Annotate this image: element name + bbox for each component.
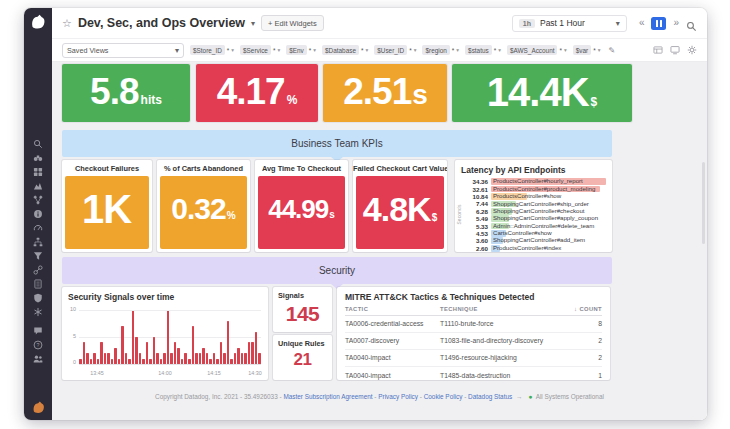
datadog-logo-icon[interactable] xyxy=(29,13,47,31)
settings-icon[interactable] xyxy=(33,307,43,317)
search-icon[interactable] xyxy=(33,139,43,149)
column-header-count[interactable]: ↓ COUNT xyxy=(568,306,602,312)
chevron-down-icon: ▾ xyxy=(414,47,417,53)
query-value-widget-signals[interactable]: Signals 145 xyxy=(273,287,332,332)
timeseries-widget-security-signals[interactable]: Security Signals over time 10 5 0 13:45 … xyxy=(62,287,268,380)
dashboard-title[interactable]: Dev, Sec, and Ops Overview xyxy=(78,16,245,30)
template-variable-chip[interactable]: $region * ▾ xyxy=(422,45,459,55)
time-forward-icon[interactable]: » xyxy=(673,18,679,28)
saved-views-chevron-icon: ▾ xyxy=(175,46,179,55)
query-value-widget-hits[interactable]: 5.8hits xyxy=(62,64,190,122)
signal-bar xyxy=(192,326,195,364)
template-variable-chip[interactable]: $Database * ▾ xyxy=(322,45,368,55)
edit-variables-icon[interactable]: ✎ xyxy=(608,46,615,55)
table-widget-mitre-attack[interactable]: MITRE ATT&CK Tactics & Techniques Detect… xyxy=(337,287,610,380)
tracing-icon[interactable] xyxy=(33,237,43,247)
signal-bar xyxy=(202,348,205,364)
template-variable-chip[interactable]: $AWS_Account * ▾ xyxy=(507,45,567,55)
layout-mode-icon[interactable] xyxy=(653,45,663,55)
template-variable-chip[interactable]: $Service * ▾ xyxy=(240,45,280,55)
toplist-widget-latency-api-endpoints[interactable]: Latency by API Endpoints Seconds 34.36 P… xyxy=(455,160,612,252)
widget-title: Checkout Failures xyxy=(62,160,152,176)
template-variable-chip[interactable]: $User_ID * ▾ xyxy=(374,45,416,55)
org-users-icon[interactable] xyxy=(33,354,43,364)
gear-icon[interactable] xyxy=(687,45,697,55)
chevron-down-icon: ▾ xyxy=(598,47,601,53)
pause-button[interactable] xyxy=(651,17,666,30)
widget-title: Failed Checkout Cart Value xyxy=(353,160,447,176)
toplist-row[interactable]: 2.60 ProductsController#index xyxy=(467,245,606,252)
favorite-star-icon[interactable]: ☆ xyxy=(62,18,72,29)
signal-bar xyxy=(90,359,93,364)
x-axis-tick: 14:00 xyxy=(158,370,172,376)
signal-bar xyxy=(227,321,230,364)
group-banner-business-kpis[interactable]: Business Team KPIs xyxy=(62,130,612,157)
column-header-technique[interactable]: TECHNIQUE xyxy=(440,306,568,312)
chip-label: $status xyxy=(465,45,492,55)
chat-icon[interactable] xyxy=(33,326,43,336)
monitors-icon[interactable] xyxy=(33,195,43,205)
query-value-widget-unique-rules[interactable]: Unique Rules 21 xyxy=(273,335,332,380)
group-banner-security[interactable]: Security xyxy=(62,257,612,284)
metrics-icon[interactable] xyxy=(33,209,43,219)
datadog-mascot-icon[interactable] xyxy=(31,400,46,415)
endpoint-name: ProductsController#index xyxy=(491,245,606,252)
signal-bar xyxy=(251,342,254,364)
integrations-icon[interactable] xyxy=(33,265,43,275)
footer-link[interactable]: Privacy Policy xyxy=(378,393,423,400)
kpi-widget-checkout-failures[interactable]: Checkout Failures 1K xyxy=(62,160,152,252)
scrollbar-thumb[interactable] xyxy=(702,162,705,244)
security-icon[interactable] xyxy=(33,293,43,303)
signal-bar xyxy=(153,337,156,364)
metric-value: 1K xyxy=(82,187,131,231)
apm-icon[interactable] xyxy=(33,223,43,233)
kpi-widget-carts-abandoned[interactable]: % of Carts Abandoned 0.32% xyxy=(157,160,250,252)
time-range-selector[interactable]: 1h Past 1 Hour ▾ xyxy=(512,15,627,32)
kpi-widget-failed-cart-value[interactable]: Failed Checkout Cart Value 4.8K$ xyxy=(353,160,447,252)
signal-bar xyxy=(248,342,251,364)
column-header-tactic[interactable]: TACTIC xyxy=(345,306,440,312)
table-row[interactable]: TA0006-credential-access T1110-brute-for… xyxy=(345,316,602,333)
endpoint-latency-value: 5.33 xyxy=(467,223,491,230)
chip-value: * xyxy=(409,47,412,54)
notebooks-icon[interactable] xyxy=(33,279,43,289)
title-chevron-down-icon[interactable]: ▾ xyxy=(251,19,255,28)
watchdog-icon[interactable] xyxy=(33,153,43,163)
tv-mode-icon[interactable] xyxy=(670,45,680,55)
count-cell: 2 xyxy=(568,354,602,361)
signal-bar xyxy=(146,342,149,364)
metric-value: 145 xyxy=(273,302,332,326)
endpoint-latency-value: 32.61 xyxy=(467,186,491,193)
footer-link[interactable]: Master Subscription Agreement xyxy=(283,393,378,400)
dashboards-icon[interactable] xyxy=(33,167,43,177)
table-row[interactable]: TA0040-impact T1485-data-destruction 1 xyxy=(345,367,602,383)
table-row[interactable]: TA0007-discovery T1083-file-and-director… xyxy=(345,333,602,350)
kpi-widget-avg-checkout-time[interactable]: Avg Time To Checkout 44.99s xyxy=(255,160,348,252)
chevron-down-icon: ▾ xyxy=(456,47,459,53)
help-icon[interactable]: ? xyxy=(33,340,43,350)
signal-bar xyxy=(209,359,212,364)
infrastructure-icon[interactable] xyxy=(33,181,43,191)
query-value-widget-revenue[interactable]: 14.4K$ xyxy=(452,64,632,122)
query-value-widget-latency[interactable]: 2.51s xyxy=(323,64,447,122)
template-variable-chip[interactable]: $Store_ID * ▾ xyxy=(190,45,234,55)
saved-views-dropdown[interactable]: Saved Views ▾ xyxy=(62,43,184,58)
metric-value: 14.4K xyxy=(487,70,589,114)
filterbar-right-icons xyxy=(653,45,697,55)
edit-widgets-button[interactable]: + Edit Widgets xyxy=(261,15,324,31)
template-variable-chip[interactable]: $Env * ▾ xyxy=(286,45,316,55)
sidebar-bottom-icons: ? xyxy=(33,326,43,364)
header-search-icon[interactable] xyxy=(686,18,697,29)
logs-icon[interactable] xyxy=(33,251,43,261)
footer-link[interactable]: Cookie Policy xyxy=(424,393,468,400)
footer-link[interactable]: Datadog Status xyxy=(468,393,512,400)
table-row[interactable]: TA0040-impact T1496-resource-hijacking 2 xyxy=(345,350,602,367)
query-value-widget-error-rate[interactable]: 4.17% xyxy=(196,64,318,122)
template-variable-chip[interactable]: $status * ▾ xyxy=(465,45,501,55)
time-backward-icon[interactable]: « xyxy=(639,18,645,28)
system-status-text[interactable]: All Systems Operational xyxy=(536,393,604,400)
chip-label: $Store_ID xyxy=(190,45,225,55)
template-variable-chip[interactable]: $var * ▾ xyxy=(573,45,601,55)
metric-value: 4.8K xyxy=(363,190,431,228)
status-arrow-icon: → xyxy=(514,393,524,400)
